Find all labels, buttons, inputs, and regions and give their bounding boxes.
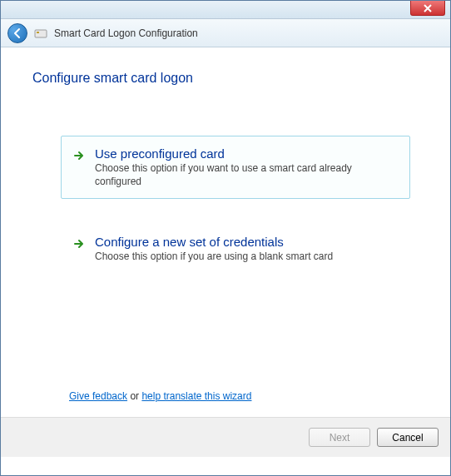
svg-rect-1 (37, 32, 39, 33)
option-body: Use preconfigured card Choose this optio… (95, 146, 398, 188)
nav-bar: Smart Card Logon Configuration (1, 19, 450, 47)
option-title: Configure a new set of credentials (95, 235, 398, 249)
option-description: Choose this option if you want to use a … (95, 162, 398, 188)
feedback-separator: or (127, 390, 141, 402)
arrow-right-icon (73, 146, 87, 188)
page-heading: Configure smart card logon (32, 71, 419, 86)
option-preconfigured[interactable]: Use preconfigured card Choose this optio… (61, 136, 410, 199)
back-button[interactable] (7, 23, 27, 43)
close-icon (424, 4, 432, 12)
translate-link[interactable]: help translate this wizard (141, 390, 251, 402)
footer: Next Cancel (1, 417, 450, 457)
cancel-button[interactable]: Cancel (377, 428, 439, 447)
content-area: Configure smart card logon Use preconfig… (1, 47, 450, 417)
feedback-row: Give fedback or help translate this wiza… (69, 390, 251, 402)
close-button[interactable] (410, 1, 445, 16)
arrow-right-icon (73, 235, 87, 264)
option-title: Use preconfigured card (95, 146, 398, 161)
option-description: Choose this option if you are using a bl… (95, 250, 398, 264)
window-title: Smart Card Logon Configuration (54, 27, 198, 39)
back-arrow-icon (12, 27, 23, 39)
option-body: Configure a new set of credentials Choos… (95, 235, 398, 264)
svg-rect-0 (35, 30, 47, 37)
next-button[interactable]: Next (309, 428, 370, 447)
app-icon (34, 28, 47, 38)
option-new-credentials[interactable]: Configure a new set of credentials Choos… (61, 224, 410, 275)
title-bar (1, 1, 450, 19)
give-feedback-link[interactable]: Give fedback (69, 390, 127, 402)
